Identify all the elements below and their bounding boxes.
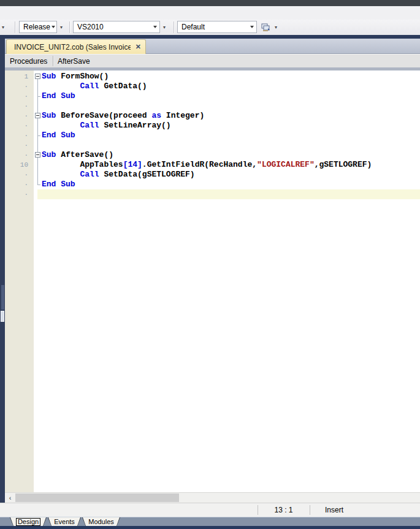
fold-margin-cell xyxy=(34,189,42,199)
line-number: · xyxy=(5,189,34,199)
bottom-tab-strip: Design Events Modules xyxy=(0,517,420,529)
minus-icon xyxy=(36,115,39,116)
configuration-dropdown[interactable]: Release xyxy=(19,21,57,33)
version-dropdown-value: VS2010 xyxy=(77,23,104,31)
code-text xyxy=(42,189,420,199)
document-tab[interactable]: INVOICE_UNIT2.cob (Sales Invoices)* ✕ xyxy=(6,39,146,54)
fold-margin-cell xyxy=(34,131,42,140)
scroll-left-button[interactable]: ‹ xyxy=(5,493,15,503)
code-line[interactable]: ·Sub BeforeSave(proceed as Integer) xyxy=(5,111,420,121)
code-line[interactable]: ·End Sub xyxy=(5,131,420,140)
fold-margin-cell xyxy=(34,82,42,91)
tab-events-label: Events xyxy=(54,518,75,525)
code-text xyxy=(42,140,420,150)
left-dock-strip xyxy=(0,39,5,503)
tab-design[interactable]: Design xyxy=(10,517,47,527)
code-text: End Sub xyxy=(42,91,420,101)
code-line[interactable]: 1Sub FormShow() xyxy=(5,72,420,82)
dock-strip-segment xyxy=(1,285,4,310)
bottom-navy-band xyxy=(0,526,420,529)
scheme-dropdown-value: Default xyxy=(181,23,205,31)
splitter-handle[interactable] xyxy=(1,311,4,322)
line-number: · xyxy=(5,180,34,189)
document-tab-strip: INVOICE_UNIT2.cob (Sales Invoices)* ✕ xyxy=(5,39,420,54)
procedure-navigation-bar: Procedures AfterSave xyxy=(5,54,420,67)
line-number: · xyxy=(5,131,34,140)
line-number: · xyxy=(5,121,34,131)
tab-design-label: Design xyxy=(16,518,40,526)
code-line[interactable]: ·End Sub xyxy=(5,91,420,101)
close-icon[interactable]: ✕ xyxy=(136,43,141,51)
fold-margin-cell xyxy=(34,121,42,131)
code-lines: 1Sub FormShow()· Call GetData()·End Sub·… xyxy=(5,72,420,199)
toolbar-separator xyxy=(69,21,71,33)
insert-mode-indicator: Insert xyxy=(325,506,343,514)
fold-margin-cell xyxy=(34,170,42,180)
tab-modules[interactable]: Modules xyxy=(82,517,120,527)
apply-layout-icon[interactable] xyxy=(261,22,271,32)
chevron-down-icon xyxy=(250,26,254,28)
tab-events[interactable]: Events xyxy=(48,517,81,527)
code-text: Sub BeforeSave(proceed as Integer) xyxy=(42,111,420,121)
line-number: · xyxy=(5,82,34,91)
code-line[interactable]: · xyxy=(5,101,420,111)
line-number: 10 xyxy=(5,160,34,170)
minus-icon xyxy=(36,154,39,155)
toolbar-separator xyxy=(15,21,16,33)
tab-modules-label: Modules xyxy=(88,518,114,525)
code-text: AppTables[14].GetIntFieldR(RecHandle,"LO… xyxy=(42,160,420,170)
toolbar-separator xyxy=(174,21,175,33)
line-number: 1 xyxy=(5,72,34,82)
version-dropdown[interactable]: VS2010 xyxy=(73,21,160,33)
document-tab-title: INVOICE_UNIT2.cob (Sales Invoices)* xyxy=(14,43,131,51)
status-bar: 13 : 1 Insert xyxy=(0,503,420,517)
configuration-dropdown-value: Release xyxy=(23,23,50,31)
toolbar: ▾ Release ▾ VS2010 ▾ Default ▾ xyxy=(0,20,420,35)
scrollbar-thumb[interactable] xyxy=(15,493,179,502)
code-line[interactable]: ·Sub AfterSave() xyxy=(5,150,420,160)
line-number: · xyxy=(5,170,34,180)
procedure-dropdown[interactable]: AfterSave xyxy=(58,57,90,66)
line-number: · xyxy=(5,140,34,150)
code-text: Call SetLineArray() xyxy=(42,121,420,131)
toolbar-overflow-icon[interactable]: ▾ xyxy=(275,25,277,30)
code-editor[interactable]: 1Sub FormShow()· Call GetData()·End Sub·… xyxy=(5,70,420,492)
code-text: End Sub xyxy=(42,180,420,189)
cursor-position: 13 : 1 xyxy=(258,506,310,514)
code-text: Call SetData(gSETLOGREF) xyxy=(42,170,420,180)
code-text: Sub FormShow() xyxy=(42,72,420,82)
toolbar-overflow-icon[interactable]: ▾ xyxy=(163,25,166,30)
procbar-separator xyxy=(53,56,54,66)
fold-collapse-box[interactable] xyxy=(35,74,40,79)
fold-margin-cell xyxy=(34,180,42,189)
fold-collapse-box[interactable] xyxy=(35,113,40,118)
toolbar-overflow-icon[interactable]: ▾ xyxy=(2,25,4,30)
code-line[interactable]: ·End Sub xyxy=(5,180,420,189)
scheme-dropdown[interactable]: Default xyxy=(177,21,257,33)
chevron-down-icon xyxy=(153,26,157,28)
line-number: · xyxy=(5,150,34,160)
code-line[interactable]: · Call SetLineArray() xyxy=(5,121,420,131)
line-number: · xyxy=(5,111,34,121)
line-number: · xyxy=(5,91,34,101)
code-line[interactable]: · xyxy=(5,140,420,150)
statusbar-divider xyxy=(310,505,310,515)
chevron-down-icon xyxy=(52,26,55,28)
fold-collapse-box[interactable] xyxy=(35,152,40,158)
code-text xyxy=(42,101,420,111)
minus-icon xyxy=(36,76,39,77)
code-text: Call GetData() xyxy=(42,82,420,91)
line-number: · xyxy=(5,101,34,111)
toolbar-overflow-icon[interactable]: ▾ xyxy=(60,25,63,30)
fold-margin-cell xyxy=(34,140,42,150)
procedures-label: Procedures xyxy=(10,57,47,66)
horizontal-scrollbar[interactable]: ‹ xyxy=(5,492,420,503)
code-line[interactable]: 10 AppTables[14].GetIntFieldR(RecHandle,… xyxy=(5,160,420,170)
fold-margin-cell xyxy=(34,91,42,101)
menu-bar xyxy=(0,6,420,20)
code-line[interactable]: · Call SetData(gSETLOGREF) xyxy=(5,170,420,180)
code-line[interactable]: · xyxy=(5,189,420,199)
code-line[interactable]: · Call GetData() xyxy=(5,82,420,91)
window-top-band xyxy=(0,0,420,6)
fold-margin-cell xyxy=(34,101,42,111)
